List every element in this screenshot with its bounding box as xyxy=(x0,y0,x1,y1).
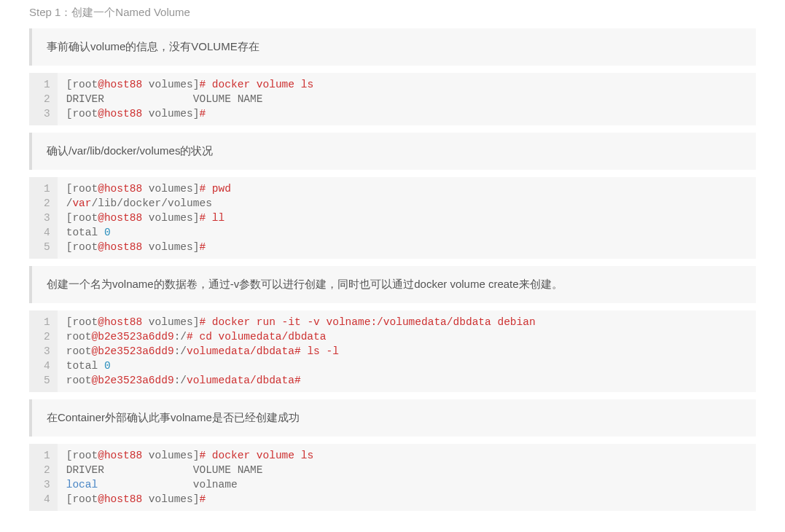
note-block-4: 在Container外部确认此事volname是否已经创建成功 xyxy=(29,399,756,437)
step-heading: Step 1：创建一个Named Volume xyxy=(29,6,756,20)
code-block-1: 123 [root@host88 volumes]# docker volume… xyxy=(29,73,756,125)
code-body: [root@host88 volumes]# docker run -it -v… xyxy=(58,310,756,392)
code-body: [root@host88 volumes]# pwd /var/lib/dock… xyxy=(58,177,756,259)
code-gutter: 12345 xyxy=(29,310,58,392)
code-block-3: 12345 [root@host88 volumes]# docker run … xyxy=(29,310,756,392)
code-gutter: 1234 xyxy=(29,444,58,511)
code-gutter: 123 xyxy=(29,73,58,125)
note-block-1: 事前确认volume的信息，没有VOLUME存在 xyxy=(29,28,756,66)
note-block-3: 创建一个名为volname的数据卷，通过-v参数可以进行创建，同时也可以通过do… xyxy=(29,266,756,303)
code-block-2: 12345 [root@host88 volumes]# pwd /var/li… xyxy=(29,177,756,259)
code-body: [root@host88 volumes]# docker volume ls … xyxy=(58,73,756,125)
code-gutter: 12345 xyxy=(29,177,58,259)
note-block-2: 确认/var/lib/docker/volumes的状况 xyxy=(29,133,756,170)
code-block-4: 1234 [root@host88 volumes]# docker volum… xyxy=(29,444,756,511)
code-body: [root@host88 volumes]# docker volume ls … xyxy=(58,444,756,511)
